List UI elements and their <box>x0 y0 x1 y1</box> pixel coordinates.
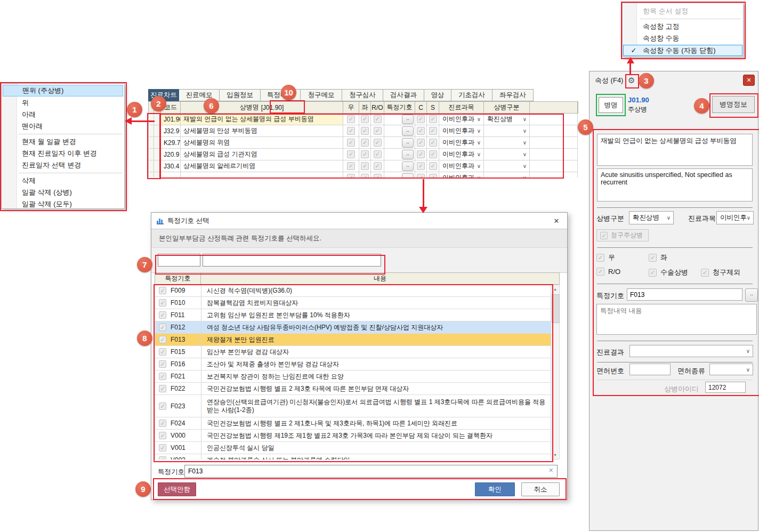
table-row[interactable]: K29.7상세불명의 위염✓✓✓..✓✓이비인후과∨∨ <box>149 137 579 149</box>
context-menu-item[interactable]: 맨위 (주상병) <box>3 85 123 96</box>
grid-checkbox-ro[interactable]: ✓ <box>374 150 382 158</box>
grid-checkbox-u[interactable]: ✓ <box>347 150 355 158</box>
special-code-row[interactable]: ✓F022국민건강보험법 시행령 별표 2 제3호 타목에 따른 본인부담 면제… <box>155 383 551 395</box>
chevron-down-icon[interactable]: ∨ <box>523 151 529 157</box>
chevron-down-icon[interactable]: ∨ <box>477 116 483 122</box>
grid-checkbox-u[interactable]: ✓ <box>347 127 355 135</box>
row-checkbox[interactable]: ✓ <box>159 299 166 307</box>
grid-checkbox-s[interactable]: ✓ <box>429 150 437 158</box>
scroll-thumb[interactable] <box>552 294 560 323</box>
special-code-row[interactable]: ✓F009시신경 척수염(데빅병)(G36.0) <box>155 285 551 297</box>
clear-icon[interactable]: ✕ <box>548 467 553 474</box>
table-row[interactable]: J20.9상세불명의 급성 기관지염✓✓✓..✓✓이비인후과∨∨ <box>149 149 579 160</box>
row-checkbox[interactable]: ✓ <box>159 385 166 392</box>
special-code-row[interactable]: ✓F010잠복결핵감염 치료비지원대상자 <box>155 297 551 309</box>
row-checkbox[interactable]: ✓ <box>159 287 166 294</box>
code-search-input[interactable] <box>158 254 200 267</box>
row-checkbox[interactable]: ✓ <box>159 420 166 427</box>
tab-6[interactable]: 청구심사 <box>342 89 383 101</box>
tab-3[interactable]: 입원정보 <box>220 89 261 101</box>
dept-combobox[interactable]: 이비인후과 ∨ <box>716 211 754 224</box>
settings-menu-item[interactable]: 속성창 수동 (자동 닫힘)✓ <box>623 45 742 56</box>
grid-checkbox-s[interactable]: ✓ <box>429 115 437 123</box>
table-row[interactable]: ✓✓✓..✓✓이비인후과∨∨ <box>149 172 579 178</box>
no-selection-button[interactable]: 선택안함 <box>158 482 196 496</box>
special-code-row[interactable]: ✓F013제왕절개 분만 입원진료 <box>155 334 551 346</box>
grid-checkbox-ro[interactable]: ✓ <box>374 162 382 170</box>
context-menu-item[interactable]: 맨아래 <box>2 120 124 132</box>
table-row[interactable]: J32.9상세불명의 만성 부비동염✓✓✓..✓✓이비인후과∨∨ <box>149 125 579 137</box>
dialog-code-input[interactable] <box>184 465 558 478</box>
row-checkbox[interactable]: ✓ <box>159 402 166 410</box>
settings-menu-item[interactable]: 속성창 고정 <box>623 21 743 33</box>
license-type-combobox[interactable]: ∨ <box>709 364 753 375</box>
license-no-input[interactable] <box>629 364 671 375</box>
special-code-row[interactable]: ✓F021보건복지부 장관이 정하는 난임진료에 대한 요양 <box>155 370 551 383</box>
dialog-title-bar[interactable]: 특정기호 선택 <box>151 213 567 229</box>
context-menu-item[interactable]: 진료일자 선택 변경 <box>2 159 124 171</box>
type-combobox[interactable]: 확진상병 ∨ <box>629 211 674 224</box>
grid-checkbox-l[interactable]: ✓ <box>361 174 369 178</box>
grid-checkbox-c[interactable]: ✓ <box>417 127 425 135</box>
grid-checkbox-u[interactable]: ✓ <box>347 174 355 178</box>
chevron-down-icon[interactable]: ∨ <box>477 140 483 146</box>
special-code-input[interactable] <box>627 288 742 301</box>
special-code-row[interactable]: ✓V000국민건강보험법 시행령 제19조 제1항 별표2 제3호 가목3에 따… <box>155 430 551 442</box>
chevron-down-icon[interactable]: ∨ <box>477 175 483 178</box>
claim-main-checkbox[interactable]: ✓ 청구주상병 <box>596 229 649 241</box>
grid-checkbox-s[interactable]: ✓ <box>429 174 437 178</box>
browse-button[interactable]: .. <box>745 288 758 302</box>
dialog-scrollbar[interactable]: ▲ ▼ <box>551 285 560 460</box>
grid-checkbox-l[interactable]: ✓ <box>361 139 369 147</box>
tab-9[interactable]: 기초검사 <box>451 89 492 101</box>
chevron-down-icon[interactable]: ∨ <box>477 163 483 169</box>
tab-7[interactable]: 검사결과 <box>383 89 424 101</box>
special-code-row[interactable]: ✓V001인공신장투석 실시 당일 <box>155 442 551 454</box>
chevron-down-icon[interactable]: ∨ <box>523 163 529 169</box>
context-menu-item[interactable]: 현재 월 일괄 변경 <box>2 136 124 148</box>
row-checkbox[interactable]: ✓ <box>159 444 166 452</box>
row-checkbox[interactable]: ✓ <box>159 324 166 331</box>
context-menu-item[interactable]: 아래 <box>2 109 124 120</box>
row-checkbox[interactable]: ✓ <box>159 360 166 368</box>
grid-checkbox-l[interactable]: ✓ <box>361 162 369 170</box>
tab-8[interactable]: 영상 <box>424 89 451 101</box>
grid-checkbox-u[interactable]: ✓ <box>347 139 355 147</box>
table-row[interactable]: J01.90재발의 언급이 없는 상세불명의 급성 부비동염✓✓✓..✓✓이비인… <box>149 114 579 125</box>
grid-checkbox-ro[interactable]: ✓ <box>374 139 382 147</box>
chevron-down-icon[interactable]: ∨ <box>477 151 483 157</box>
grid-checkbox-c[interactable]: ✓ <box>417 162 425 170</box>
special-code-browse-button[interactable]: .. <box>402 138 414 148</box>
grid-checkbox-l[interactable]: ✓ <box>361 127 369 135</box>
context-menu-item[interactable]: 일괄 삭제 (상병) <box>2 187 124 198</box>
grid-checkbox-c[interactable]: ✓ <box>417 150 425 158</box>
special-code-browse-button[interactable]: .. <box>402 162 414 171</box>
grid-checkbox-l[interactable]: ✓ <box>361 150 369 158</box>
grid-checkbox-c[interactable]: ✓ <box>417 139 425 147</box>
row-checkbox[interactable]: ✓ <box>159 348 166 356</box>
left-checkbox[interactable]: ✓ 좌 <box>649 253 667 262</box>
result-combobox[interactable]: ∨ <box>629 345 753 357</box>
grid-checkbox-ro[interactable]: ✓ <box>374 115 382 123</box>
grid-checkbox-c[interactable]: ✓ <box>417 115 425 123</box>
right-checkbox[interactable]: ✓ 우 <box>596 253 615 262</box>
special-code-browse-button[interactable]: .. <box>402 126 414 136</box>
chevron-down-icon[interactable]: ∨ <box>523 116 529 122</box>
ro-checkbox[interactable]: ✓ R/O <box>596 268 620 276</box>
scroll-down-icon[interactable]: ▼ <box>551 451 559 459</box>
row-checkbox[interactable]: ✓ <box>159 432 166 439</box>
settings-menu-item[interactable]: 속성창 수동 <box>623 33 743 44</box>
special-detail-field[interactable] <box>596 304 757 335</box>
disease-name-kr-field[interactable]: 재발의 언급이 없는 상세불명의 급성 부비동염 <box>597 134 753 166</box>
dialog-close-icon[interactable]: ✕ <box>550 215 563 227</box>
special-code-row[interactable]: ✓F012여성 청소년 대상 사람유두종바이러스(HPV) 예방접종 및 진찰/… <box>155 321 551 334</box>
claim-exclude-checkbox[interactable]: ✓ 청구제외 <box>701 268 740 277</box>
chevron-down-icon[interactable]: ∨ <box>477 128 483 134</box>
context-menu-item[interactable]: 일괄 삭제 (모두) <box>2 198 124 210</box>
desc-search-input[interactable] <box>203 254 381 267</box>
special-code-browse-button[interactable]: .. <box>402 150 414 159</box>
grid-checkbox-s[interactable]: ✓ <box>429 139 437 147</box>
settings-menu-item[interactable]: 항목 순서 설정 <box>623 5 743 17</box>
table-row[interactable]: J30.4상세불명의 알레르기비염✓✓✓..✓✓이비인후과∨∨ <box>149 160 579 172</box>
disease-name-button[interactable]: 병명 <box>599 97 623 113</box>
